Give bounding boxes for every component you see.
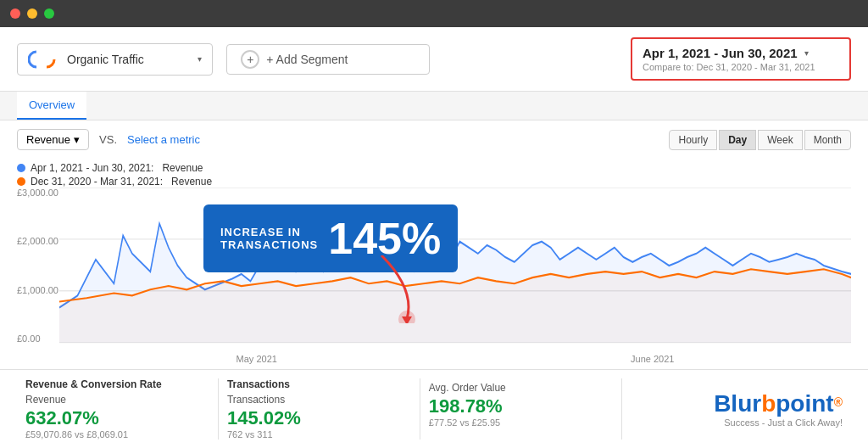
stat-value-revenue: 632.07%: [25, 407, 209, 429]
chart-area: £3,000.00 £2,000.00 £1,000.00 £0.00: [0, 188, 868, 369]
stat-section-avg-order: Avg. Order Value 198.78% £77.52 vs £25.9…: [420, 378, 622, 440]
date-range-picker[interactable]: Apr 1, 2021 - Jun 30, 2021 ▾ Compare to:…: [631, 37, 851, 81]
title-bar: [0, 0, 868, 27]
y-label-1: £2,000.00: [17, 236, 58, 246]
bottom-stats: Revenue & Conversion Rate Revenue 632.07…: [0, 369, 868, 448]
brand-trademark: ®: [834, 395, 843, 409]
stat-sub-avg-order: £77.52 vs £25.95: [429, 417, 613, 428]
maximize-button[interactable]: [44, 8, 54, 19]
legend-dot-blue: [17, 164, 25, 172]
svg-point-0: [29, 52, 44, 67]
stat-value-transactions: 145.02%: [227, 407, 411, 429]
tabs-bar: Overview: [0, 92, 868, 120]
minimize-button[interactable]: [27, 8, 37, 19]
brand-name-part2: b: [761, 390, 776, 417]
segment-selector[interactable]: Organic Traffic ▾: [17, 43, 213, 76]
stat-value-avg-order: 198.78%: [429, 395, 613, 417]
add-circle-icon: +: [241, 50, 259, 69]
select-metric-link[interactable]: Select a metric: [127, 133, 200, 146]
stat-section-revenue: Revenue & Conversion Rate Revenue 632.07…: [17, 378, 219, 440]
time-btn-week[interactable]: Week: [758, 130, 802, 150]
brand-section: Blurbpoint® Success - Just a Click Away!: [622, 378, 851, 440]
x-axis-labels: May 2021 June 2021: [59, 354, 851, 364]
controls-bar: Revenue ▾ VS. Select a metric Hourly Day…: [0, 120, 868, 159]
legend-item-1: Dec 31, 2020 - Mar 31, 2021: Revenue: [17, 176, 851, 188]
add-segment-label: + Add Segment: [266, 53, 348, 66]
legend-item-0: Apr 1, 2021 - Jun 30, 2021: Revenue: [17, 162, 851, 174]
top-bar: Organic Traffic ▾ + + Add Segment Apr 1,…: [0, 27, 868, 92]
svg-point-1: [39, 52, 54, 67]
stat-section-title-1: Transactions: [227, 378, 411, 390]
stat-label-transactions: Transactions: [227, 394, 411, 406]
time-buttons: Hourly Day Week Month: [669, 130, 851, 150]
main-content: Organic Traffic ▾ + + Add Segment Apr 1,…: [0, 27, 868, 448]
stat-section-title-0: Revenue & Conversion Rate: [25, 378, 209, 390]
brand-name-part3: point: [776, 390, 833, 417]
tab-overview[interactable]: Overview: [17, 92, 86, 120]
x-label-june: June 2021: [631, 354, 674, 364]
y-label-0: £3,000.00: [17, 188, 58, 198]
stat-label-revenue: Revenue: [25, 394, 209, 406]
svg-point-9: [398, 311, 415, 323]
date-chevron: ▾: [804, 48, 809, 58]
brand-tagline: Success - Just a Click Away!: [724, 417, 843, 428]
date-main: Apr 1, 2021 - Jun 30, 2021: [643, 46, 798, 60]
legend-bar: Apr 1, 2021 - Jun 30, 2021: Revenue Dec …: [0, 159, 868, 188]
legend-metric-0: Revenue: [162, 162, 203, 174]
segment-chevron: ▾: [198, 54, 202, 64]
metric-select[interactable]: Revenue ▾: [17, 129, 89, 150]
vs-label: VS.: [99, 133, 117, 146]
y-axis-labels: £3,000.00 £2,000.00 £1,000.00 £0.00: [17, 188, 58, 344]
chart-svg-container: INCREASE IN TRANSACTIONS 145%: [59, 188, 851, 344]
overlay-line1: INCREASE IN: [220, 226, 318, 238]
metric-label: Revenue: [26, 133, 70, 146]
time-btn-hourly[interactable]: Hourly: [669, 130, 717, 150]
metric-chevron: ▾: [74, 133, 80, 146]
date-compare: Compare to: Dec 31, 2020 - Mar 31, 2021: [643, 62, 839, 72]
stat-section-transactions: Transactions Transactions 145.02% 762 vs…: [219, 378, 420, 440]
segment-label: Organic Traffic: [67, 53, 189, 66]
legend-date-1: Dec 31, 2020 - Mar 31, 2021:: [31, 176, 163, 188]
close-button[interactable]: [10, 8, 20, 19]
legend-dot-orange: [17, 177, 25, 186]
overlay-line2: TRANSACTIONS: [220, 238, 318, 251]
arrow-svg: [373, 255, 441, 323]
overlay-value: 145%: [328, 216, 441, 260]
y-label-2: £1,000.00: [17, 285, 58, 295]
stat-sub-transactions: 762 vs 311: [227, 429, 411, 440]
brand-name-part1: Blur: [714, 390, 761, 417]
legend-metric-1: Revenue: [171, 176, 212, 188]
date-row: Apr 1, 2021 - Jun 30, 2021 ▾: [643, 46, 839, 60]
time-btn-month[interactable]: Month: [804, 130, 851, 150]
stat-sub-revenue: £59,070.86 vs £8,069.01: [25, 429, 209, 440]
stat-label-avg-order: Avg. Order Value: [429, 382, 613, 394]
y-label-3: £0.00: [17, 333, 58, 344]
brand-name: Blurbpoint®: [714, 390, 843, 417]
time-btn-day[interactable]: Day: [719, 130, 756, 150]
legend-date-0: Apr 1, 2021 - Jun 30, 2021:: [31, 162, 153, 174]
overlay-card: INCREASE IN TRANSACTIONS 145%: [203, 204, 458, 272]
add-segment-button[interactable]: + + Add Segment: [226, 44, 429, 75]
x-label-may: May 2021: [236, 354, 277, 364]
organic-icon: [28, 49, 58, 70]
